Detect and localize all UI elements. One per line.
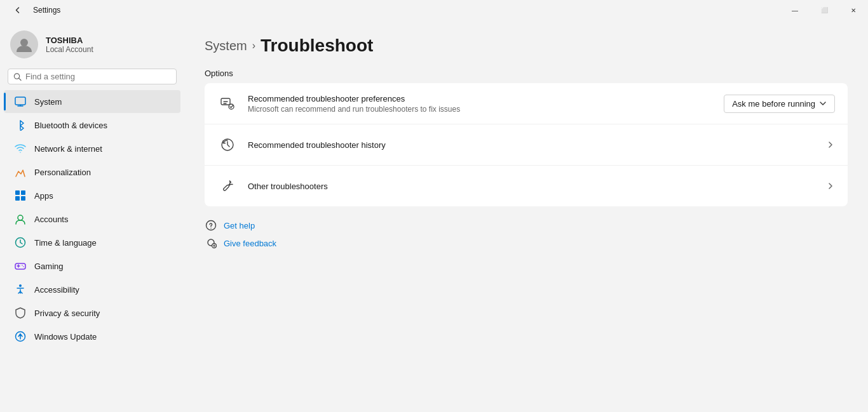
search-icon bbox=[13, 72, 22, 81]
history-title: Recommended troubleshooter history bbox=[248, 140, 826, 150]
recommended-prefs-title: Recommended troubleshooter preferences bbox=[248, 94, 724, 103]
close-button[interactable]: ✕ bbox=[839, 0, 868, 20]
sidebar-item-bluetooth-label: Bluetooth & devices bbox=[34, 121, 107, 130]
history-text: Recommended troubleshooter history bbox=[248, 140, 826, 150]
get-help-icon bbox=[205, 219, 217, 232]
sidebar-item-apps[interactable]: Apps bbox=[4, 184, 180, 207]
give-feedback-label: Give feedback bbox=[224, 239, 276, 248]
get-help-link[interactable]: Get help bbox=[205, 219, 848, 232]
sidebar-item-accounts[interactable]: Accounts bbox=[4, 208, 180, 230]
options-card: Recommended troubleshooter preferences M… bbox=[205, 83, 848, 206]
update-icon bbox=[14, 330, 27, 343]
other-troubleshooters-row[interactable]: Other troubleshooters bbox=[205, 166, 848, 206]
history-action bbox=[826, 140, 835, 149]
svg-point-10 bbox=[18, 215, 23, 220]
sidebar-item-update[interactable]: Windows Update bbox=[4, 325, 180, 348]
recommended-prefs-action: Ask me before running bbox=[724, 95, 835, 113]
breadcrumb: System › Troubleshoot bbox=[205, 36, 848, 56]
titlebar: Settings — ⬜ ✕ bbox=[0, 0, 868, 20]
time-icon bbox=[14, 236, 27, 249]
minimize-button[interactable]: — bbox=[780, 0, 810, 20]
sidebar-item-time[interactable]: Time & language bbox=[4, 231, 180, 254]
svg-point-16 bbox=[23, 266, 24, 267]
chevron-down-icon bbox=[819, 100, 827, 107]
wrench-icon bbox=[217, 176, 238, 196]
breadcrumb-current: Troubleshoot bbox=[261, 36, 373, 56]
link-section: Get help Give feedback bbox=[205, 219, 848, 249]
privacy-icon bbox=[14, 307, 27, 319]
window-controls: — ⬜ ✕ bbox=[780, 0, 868, 20]
sidebar-item-network[interactable]: Network & internet bbox=[4, 137, 180, 160]
other-troubleshooters-action bbox=[826, 182, 835, 190]
network-icon bbox=[14, 142, 27, 155]
sidebar-item-system[interactable]: System bbox=[4, 90, 180, 113]
sidebar-item-accounts-label: Accounts bbox=[34, 215, 68, 224]
user-section: TOSHIBA Local Account bbox=[0, 20, 184, 66]
svg-point-15 bbox=[22, 265, 23, 266]
user-name: TOSHIBA bbox=[46, 36, 93, 45]
chevron-right-icon-2 bbox=[826, 182, 835, 190]
sidebar-item-gaming[interactable]: Gaming bbox=[4, 255, 180, 277]
search-input[interactable] bbox=[25, 72, 171, 81]
svg-line-2 bbox=[19, 78, 21, 80]
sidebar-item-bluetooth[interactable]: Bluetooth & devices bbox=[4, 114, 180, 136]
recommended-prefs-subtitle: Microsoft can recommend and run troubles… bbox=[248, 105, 724, 114]
sidebar-item-gaming-label: Gaming bbox=[34, 262, 64, 271]
section-title: Options bbox=[205, 69, 848, 78]
sidebar-item-accessibility[interactable]: Accessibility bbox=[4, 278, 180, 301]
sidebar-item-network-label: Network & internet bbox=[34, 144, 102, 154]
user-info: TOSHIBA Local Account bbox=[46, 36, 93, 54]
personalization-icon bbox=[14, 166, 27, 178]
svg-rect-8 bbox=[15, 196, 20, 201]
sidebar-item-privacy[interactable]: Privacy & security bbox=[4, 302, 180, 324]
content-area: System › Troubleshoot Options Recomm bbox=[184, 20, 868, 412]
svg-rect-3 bbox=[15, 97, 25, 105]
sidebar-item-accessibility-label: Accessibility bbox=[34, 285, 79, 295]
get-help-label: Get help bbox=[224, 221, 255, 230]
gaming-icon bbox=[14, 260, 27, 272]
chevron-right-icon bbox=[826, 140, 835, 149]
give-feedback-link[interactable]: Give feedback bbox=[205, 237, 848, 249]
recommended-prefs-icon bbox=[217, 93, 238, 114]
user-role: Local Account bbox=[46, 45, 93, 54]
svg-rect-6 bbox=[15, 190, 20, 195]
accounts-icon bbox=[14, 213, 27, 225]
recommended-prefs-row[interactable]: Recommended troubleshooter preferences M… bbox=[205, 83, 848, 124]
sidebar-item-privacy-label: Privacy & security bbox=[34, 309, 100, 318]
avatar bbox=[10, 30, 38, 58]
titlebar-left: Settings bbox=[8, 0, 60, 20]
sidebar-item-apps-label: Apps bbox=[34, 191, 53, 201]
apps-icon bbox=[14, 189, 27, 202]
svg-point-17 bbox=[19, 284, 22, 287]
breadcrumb-separator: › bbox=[252, 40, 255, 51]
other-troubleshooters-text: Other troubleshooters bbox=[248, 182, 826, 191]
ask-before-running-dropdown[interactable]: Ask me before running bbox=[724, 95, 835, 113]
recommended-prefs-text: Recommended troubleshooter preferences M… bbox=[248, 94, 724, 114]
svg-point-23 bbox=[210, 228, 211, 229]
dropdown-label: Ask me before running bbox=[732, 99, 815, 109]
system-icon bbox=[14, 95, 27, 108]
recommended-history-row[interactable]: Recommended troubleshooter history bbox=[205, 124, 848, 166]
bluetooth-icon bbox=[14, 119, 27, 131]
sidebar: TOSHIBA Local Account bbox=[0, 20, 184, 412]
sidebar-item-personalization[interactable]: Personalization bbox=[4, 161, 180, 183]
sidebar-item-time-label: Time & language bbox=[34, 238, 97, 248]
sidebar-item-update-label: Windows Update bbox=[34, 332, 97, 342]
sidebar-item-system-label: System bbox=[34, 97, 62, 107]
search-box[interactable] bbox=[8, 69, 177, 84]
feedback-icon bbox=[205, 237, 217, 249]
history-icon bbox=[217, 135, 238, 155]
nav-list: System Bluetooth & devices Network bbox=[0, 90, 184, 349]
sidebar-item-personalization-label: Personalization bbox=[34, 168, 91, 177]
accessibility-icon bbox=[14, 283, 27, 296]
svg-rect-7 bbox=[21, 190, 25, 195]
back-button[interactable] bbox=[8, 0, 28, 20]
svg-point-0 bbox=[20, 39, 28, 46]
svg-rect-9 bbox=[21, 196, 25, 201]
other-troubleshooters-title: Other troubleshooters bbox=[248, 182, 826, 191]
window-title: Settings bbox=[33, 6, 60, 15]
maximize-button[interactable]: ⬜ bbox=[810, 0, 839, 20]
breadcrumb-parent[interactable]: System bbox=[205, 39, 247, 53]
main-container: TOSHIBA Local Account bbox=[0, 20, 868, 412]
